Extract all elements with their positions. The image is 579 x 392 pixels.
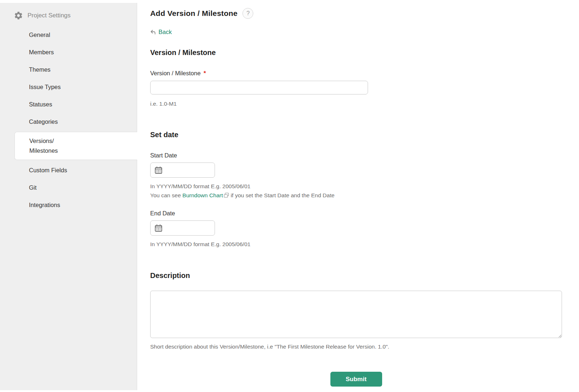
external-window-icon xyxy=(224,193,229,198)
burndown-chart-link[interactable]: Burndown Chart xyxy=(182,192,223,198)
end-date-input[interactable] xyxy=(166,225,211,231)
sidebar-item-label: Statuses xyxy=(29,101,52,108)
start-date-hints: In YYYY/MM/DD format E.g. 2005/06/01 You… xyxy=(150,182,562,200)
start-date-field[interactable] xyxy=(150,163,215,178)
sidebar-item-themes[interactable]: Themes xyxy=(0,61,137,78)
sidebar-item-custom-fields[interactable]: Custom Fields xyxy=(0,161,137,179)
sidebar-item-integrations[interactable]: Integrations xyxy=(0,196,137,214)
calendar-icon[interactable] xyxy=(154,166,163,174)
sidebar-header: Project Settings xyxy=(0,3,137,20)
undo-arrow-icon xyxy=(150,29,156,35)
description-section-heading: Description xyxy=(150,271,562,280)
start-date-format-hint: In YYYY/MM/DD format E.g. 2005/06/01 xyxy=(150,182,562,191)
sidebar-item-label: Versions/ Milestones xyxy=(29,136,58,156)
sidebar-item-members[interactable]: Members xyxy=(0,43,137,61)
burndown-hint-after: if you set the Start Date and the End Da… xyxy=(229,192,334,198)
sidebar-item-label: Themes xyxy=(29,66,51,73)
sidebar-item-git[interactable]: Git xyxy=(0,179,137,196)
description-hint: Short description about this Version/Mil… xyxy=(150,342,562,351)
sidebar-item-label: Integrations xyxy=(29,202,60,208)
sidebar-item-label: Git xyxy=(29,184,37,191)
sidebar-item-statuses[interactable]: Statuses xyxy=(0,96,137,113)
add-version-milestone-page: Add Version / Milestone ? Back Version /… xyxy=(138,0,579,392)
start-date-input[interactable] xyxy=(166,167,211,173)
description-textarea[interactable] xyxy=(150,291,562,338)
page-title: Add Version / Milestone xyxy=(150,9,237,18)
end-date-label: End Date xyxy=(150,210,562,217)
sidebar-header-label: Project Settings xyxy=(28,12,71,19)
sidebar-item-label: Custom Fields xyxy=(29,167,67,174)
version-section-heading: Version / Milestone xyxy=(150,49,562,57)
set-date-section-heading: Set date xyxy=(150,131,562,139)
start-date-label: Start Date xyxy=(150,152,562,159)
burndown-hint-line: You can see Burndown Chart if you set th… xyxy=(150,191,562,200)
version-field-label-row: Version / Milestone * xyxy=(150,70,562,77)
submit-button[interactable]: Submit xyxy=(330,372,382,387)
required-asterisk: * xyxy=(203,70,206,77)
version-field-label: Version / Milestone xyxy=(150,70,200,77)
question-mark-icon: ? xyxy=(246,10,250,17)
gear-icon xyxy=(14,11,23,20)
submit-row: Submit xyxy=(150,372,562,387)
end-date-format-hint: In YYYY/MM/DD format E.g. 2005/06/01 xyxy=(150,240,562,249)
page-title-row: Add Version / Milestone ? xyxy=(150,8,562,19)
end-date-block: End Date In YYYY/MM/DD format E.g. 2005/… xyxy=(150,210,562,249)
project-settings-sidebar: Project Settings General Members Themes … xyxy=(0,3,137,390)
version-field-hint: i.e. 1.0-M1 xyxy=(150,100,562,108)
sidebar-item-versions-milestones[interactable]: Versions/ Milestones xyxy=(14,132,137,160)
sidebar-nav: General Members Themes Issue Types Statu… xyxy=(0,26,137,214)
end-date-field[interactable] xyxy=(150,220,215,236)
sidebar-item-general[interactable]: General xyxy=(0,26,137,43)
back-link[interactable]: Back xyxy=(150,29,172,35)
sidebar-item-categories[interactable]: Categories xyxy=(0,113,137,130)
sidebar-item-issue-types[interactable]: Issue Types xyxy=(0,78,137,96)
back-row: Back xyxy=(150,29,562,35)
burndown-hint-before: You can see xyxy=(150,192,182,198)
sidebar-item-label: General xyxy=(29,31,50,38)
calendar-icon[interactable] xyxy=(154,224,163,232)
sidebar-item-label: Categories xyxy=(29,118,58,125)
sidebar-item-label: Members xyxy=(29,49,54,56)
back-link-label: Back xyxy=(159,29,172,35)
version-name-input[interactable] xyxy=(150,81,368,94)
help-button[interactable]: ? xyxy=(242,8,253,19)
sidebar-item-label: Issue Types xyxy=(29,84,61,90)
